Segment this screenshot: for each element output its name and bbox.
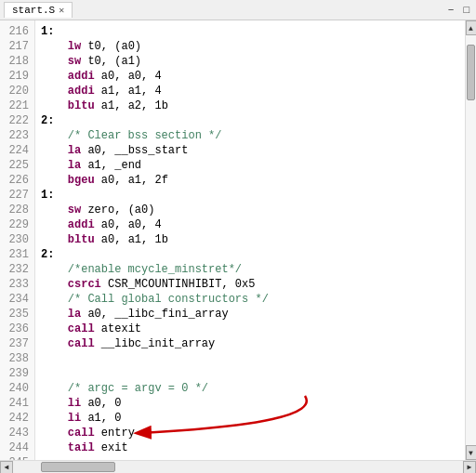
code-line: /* Call global constructors */ [41,292,465,307]
code-line: bltu a0, a1, 1b [41,232,465,247]
code-line: csrci CSR_MCOUNTINHIBIT, 0x5 [41,277,465,292]
scroll-down-button[interactable]: ▼ [466,445,477,460]
code-line: lw t0, (a0) [41,39,465,54]
code-line: li a1, 0 [41,411,465,426]
scroll-track[interactable] [466,35,476,445]
code-line [41,366,465,381]
scroll-up-button[interactable]: ▲ [466,20,477,35]
code-line: addi a0, a0, 4 [41,217,465,232]
code-line: la a0, __bss_start [41,143,465,158]
code-line: la a0, __libc_fini_array [41,307,465,322]
window-controls: − □ [445,5,472,16]
code-line: 2: [41,113,465,128]
code-line: la a1, _end [41,158,465,173]
scroll-thumb[interactable] [467,45,475,100]
code-line: addi a0, a0, 4 [41,69,465,84]
code-line: call entry [41,426,465,440]
code-line: sw zero, (a0) [41,203,465,217]
hscroll-thumb[interactable] [41,462,115,472]
code-line: /* argc = argv = 0 */ [41,381,465,396]
editor-container: 2162172182192202212222232242252262272282… [0,20,476,460]
code-line: li a0, 0 [41,396,465,411]
code-line: 1: [41,24,465,39]
code-line: bltu a1, a2, 1b [41,99,465,113]
code-line: /* Clear bss section */ [41,128,465,143]
code-line: tail exit [41,440,465,455]
code-line: 1: [41,188,465,203]
code-line: sw t0, (a1) [41,54,465,69]
title-bar: start.S ✕ − □ [0,0,476,20]
line-numbers: 2162172182192202212222232242252262272282… [0,20,35,460]
hscroll-track[interactable] [13,461,463,473]
hscroll-right-button[interactable]: ▶ [463,461,476,474]
code-line [41,455,465,460]
code-line: call atexit [41,322,465,336]
code-line: addi a1, a1, 4 [41,84,465,99]
code-line: bgeu a0, a1, 2f [41,173,465,188]
tab-label: start.S [12,5,55,16]
code-line [41,351,465,366]
code-content[interactable]: 1: lw t0, (a0) sw t0, (a1) addi a0, a0, … [35,20,465,460]
code-line: 2: [41,247,465,262]
code-line: /*enable mcycle_minstret*/ [41,262,465,277]
minimize-button[interactable]: − [445,5,457,16]
maximize-button[interactable]: □ [460,5,472,16]
vertical-scrollbar[interactable]: ▲ ▼ [465,20,476,460]
code-line: call __libc_init_array [41,336,465,351]
bottom-bar: ◀ ▶ [0,460,476,473]
close-icon[interactable]: ✕ [59,5,64,16]
hscroll-left-button[interactable]: ◀ [0,461,13,474]
title-tab[interactable]: start.S ✕ [4,2,73,18]
